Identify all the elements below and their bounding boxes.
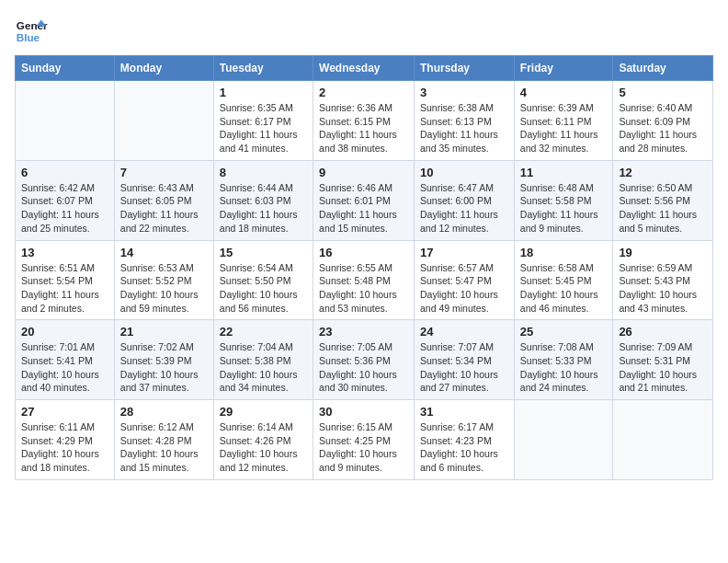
day-detail: Sunrise: 6:50 AMSunset: 5:56 PMDaylight:…: [619, 181, 707, 236]
week-row-2: 6Sunrise: 6:42 AMSunset: 6:07 PMDaylight…: [16, 160, 713, 240]
day-number: 5: [619, 86, 707, 99]
calendar-cell: 20Sunrise: 7:01 AMSunset: 5:41 PMDayligh…: [16, 320, 115, 400]
calendar-cell: 13Sunrise: 6:51 AMSunset: 5:54 PMDayligh…: [16, 240, 115, 320]
day-detail: Sunrise: 6:15 AMSunset: 4:25 PMDaylight:…: [319, 420, 408, 475]
day-number: 3: [420, 86, 508, 99]
calendar-cell: 9Sunrise: 6:46 AMSunset: 6:01 PMDaylight…: [313, 160, 415, 240]
calendar-cell: 28Sunrise: 6:12 AMSunset: 4:28 PMDayligh…: [114, 400, 213, 480]
col-header-tuesday: Tuesday: [213, 56, 313, 81]
day-number: 2: [319, 86, 408, 99]
day-detail: Sunrise: 7:07 AMSunset: 5:34 PMDaylight:…: [420, 340, 508, 395]
day-number: 19: [619, 246, 707, 259]
day-number: 26: [619, 325, 707, 339]
day-number: 6: [21, 166, 108, 179]
day-detail: Sunrise: 7:08 AMSunset: 5:33 PMDaylight:…: [520, 340, 608, 395]
col-header-sunday: Sunday: [16, 56, 115, 81]
day-detail: Sunrise: 7:01 AMSunset: 5:41 PMDaylight:…: [21, 340, 108, 395]
week-row-5: 27Sunrise: 6:11 AMSunset: 4:29 PMDayligh…: [16, 400, 713, 480]
calendar-cell: 8Sunrise: 6:44 AMSunset: 6:03 PMDaylight…: [213, 160, 313, 240]
day-detail: Sunrise: 6:46 AMSunset: 6:01 PMDaylight:…: [319, 181, 408, 236]
calendar-cell: 15Sunrise: 6:54 AMSunset: 5:50 PMDayligh…: [213, 240, 313, 320]
day-detail: Sunrise: 6:35 AMSunset: 6:17 PMDaylight:…: [220, 101, 307, 155]
day-number: 29: [220, 405, 307, 419]
day-number: 28: [120, 405, 208, 419]
day-detail: Sunrise: 7:05 AMSunset: 5:36 PMDaylight:…: [319, 340, 408, 395]
calendar-cell: 7Sunrise: 6:43 AMSunset: 6:05 PMDaylight…: [114, 160, 213, 240]
day-number: 30: [319, 405, 408, 419]
day-detail: Sunrise: 6:12 AMSunset: 4:28 PMDaylight:…: [120, 420, 208, 475]
calendar-cell: 21Sunrise: 7:02 AMSunset: 5:39 PMDayligh…: [114, 320, 213, 400]
calendar-cell: 2Sunrise: 6:36 AMSunset: 6:15 PMDaylight…: [313, 81, 415, 161]
day-detail: Sunrise: 6:36 AMSunset: 6:15 PMDaylight:…: [319, 101, 408, 155]
day-number: 7: [120, 166, 208, 179]
page-header: General Blue: [15, 15, 713, 48]
day-detail: Sunrise: 6:51 AMSunset: 5:54 PMDaylight:…: [21, 261, 108, 316]
day-number: 17: [420, 246, 508, 259]
calendar-cell: 14Sunrise: 6:53 AMSunset: 5:52 PMDayligh…: [114, 240, 213, 320]
calendar-cell: [16, 81, 115, 161]
day-detail: Sunrise: 6:47 AMSunset: 6:00 PMDaylight:…: [420, 181, 508, 236]
day-number: 14: [120, 246, 208, 259]
day-number: 4: [520, 86, 608, 99]
day-detail: Sunrise: 6:17 AMSunset: 4:23 PMDaylight:…: [420, 420, 508, 475]
day-detail: Sunrise: 6:40 AMSunset: 6:09 PMDaylight:…: [619, 101, 707, 155]
day-detail: Sunrise: 6:42 AMSunset: 6:07 PMDaylight:…: [21, 181, 108, 236]
day-number: 13: [21, 246, 108, 259]
day-number: 10: [420, 166, 508, 179]
day-detail: Sunrise: 6:53 AMSunset: 5:52 PMDaylight:…: [120, 261, 208, 316]
day-detail: Sunrise: 6:58 AMSunset: 5:45 PMDaylight:…: [520, 261, 608, 316]
week-row-1: 1Sunrise: 6:35 AMSunset: 6:17 PMDaylight…: [16, 81, 713, 161]
day-number: 23: [319, 325, 408, 339]
calendar-cell: 10Sunrise: 6:47 AMSunset: 6:00 PMDayligh…: [415, 160, 515, 240]
day-number: 8: [220, 166, 307, 179]
svg-text:Blue: Blue: [17, 31, 40, 43]
day-detail: Sunrise: 6:57 AMSunset: 5:47 PMDaylight:…: [420, 261, 508, 316]
day-number: 22: [220, 325, 307, 339]
calendar-cell: 12Sunrise: 6:50 AMSunset: 5:56 PMDayligh…: [613, 160, 713, 240]
calendar-cell: 25Sunrise: 7:08 AMSunset: 5:33 PMDayligh…: [514, 320, 613, 400]
calendar-cell: 19Sunrise: 6:59 AMSunset: 5:43 PMDayligh…: [613, 240, 713, 320]
calendar-cell: 3Sunrise: 6:38 AMSunset: 6:13 PMDaylight…: [415, 81, 515, 161]
col-header-wednesday: Wednesday: [313, 56, 415, 81]
calendar-cell: 16Sunrise: 6:55 AMSunset: 5:48 PMDayligh…: [313, 240, 415, 320]
calendar-cell: 26Sunrise: 7:09 AMSunset: 5:31 PMDayligh…: [613, 320, 713, 400]
calendar-cell: 30Sunrise: 6:15 AMSunset: 4:25 PMDayligh…: [313, 400, 415, 480]
day-number: 12: [619, 166, 707, 179]
calendar-cell: 24Sunrise: 7:07 AMSunset: 5:34 PMDayligh…: [415, 320, 515, 400]
calendar-cell: 23Sunrise: 7:05 AMSunset: 5:36 PMDayligh…: [313, 320, 415, 400]
calendar-cell: 18Sunrise: 6:58 AMSunset: 5:45 PMDayligh…: [514, 240, 613, 320]
calendar-cell: [514, 400, 613, 480]
day-number: 16: [319, 246, 408, 259]
calendar-cell: [114, 81, 213, 161]
calendar-table: SundayMondayTuesdayWednesdayThursdayFrid…: [15, 55, 713, 480]
day-detail: Sunrise: 6:54 AMSunset: 5:50 PMDaylight:…: [220, 261, 307, 316]
day-detail: Sunrise: 7:04 AMSunset: 5:38 PMDaylight:…: [220, 340, 307, 395]
day-detail: Sunrise: 6:43 AMSunset: 6:05 PMDaylight:…: [120, 181, 208, 236]
col-header-thursday: Thursday: [415, 56, 515, 81]
day-number: 21: [120, 325, 208, 339]
day-detail: Sunrise: 7:02 AMSunset: 5:39 PMDaylight:…: [120, 340, 208, 395]
week-row-3: 13Sunrise: 6:51 AMSunset: 5:54 PMDayligh…: [16, 240, 713, 320]
day-number: 25: [520, 325, 608, 339]
day-number: 1: [220, 86, 307, 99]
day-number: 18: [520, 246, 608, 259]
calendar-cell: 6Sunrise: 6:42 AMSunset: 6:07 PMDaylight…: [16, 160, 115, 240]
calendar-cell: 27Sunrise: 6:11 AMSunset: 4:29 PMDayligh…: [16, 400, 115, 480]
day-detail: Sunrise: 7:09 AMSunset: 5:31 PMDaylight:…: [619, 340, 707, 395]
col-header-monday: Monday: [114, 56, 213, 81]
week-row-4: 20Sunrise: 7:01 AMSunset: 5:41 PMDayligh…: [16, 320, 713, 400]
day-number: 24: [420, 325, 508, 339]
day-number: 31: [420, 405, 508, 419]
calendar-cell: [613, 400, 713, 480]
day-detail: Sunrise: 6:14 AMSunset: 4:26 PMDaylight:…: [220, 420, 307, 475]
day-detail: Sunrise: 6:44 AMSunset: 6:03 PMDaylight:…: [220, 181, 307, 236]
header-row: SundayMondayTuesdayWednesdayThursdayFrid…: [16, 56, 713, 81]
day-number: 15: [220, 246, 307, 259]
day-detail: Sunrise: 6:39 AMSunset: 6:11 PMDaylight:…: [520, 101, 608, 155]
day-number: 27: [21, 405, 108, 419]
day-number: 11: [520, 166, 608, 179]
day-number: 9: [319, 166, 408, 179]
day-detail: Sunrise: 6:38 AMSunset: 6:13 PMDaylight:…: [420, 101, 508, 155]
calendar-cell: 11Sunrise: 6:48 AMSunset: 5:58 PMDayligh…: [514, 160, 613, 240]
day-detail: Sunrise: 6:55 AMSunset: 5:48 PMDaylight:…: [319, 261, 408, 316]
